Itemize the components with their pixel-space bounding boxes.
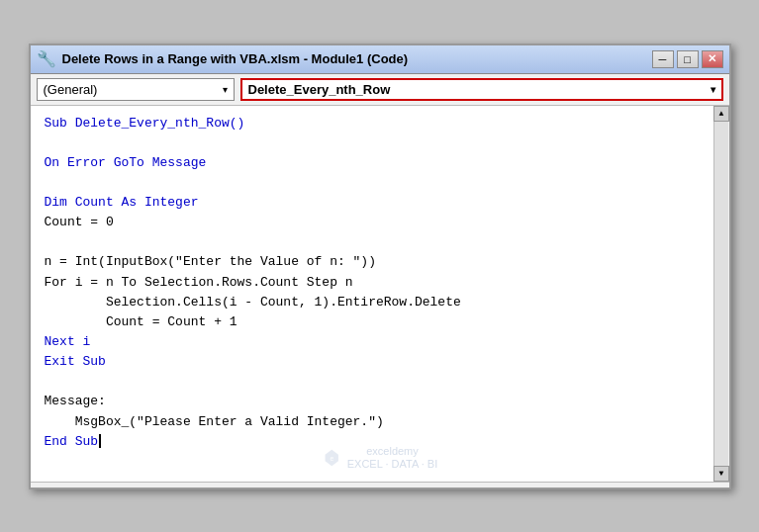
- code-line: On Error GoTo Message: [45, 153, 719, 173]
- close-button[interactable]: ✕: [702, 50, 723, 68]
- code-line: MsgBox_("Please Enter a Valid Integer."): [45, 412, 719, 432]
- code-line: Next i: [45, 332, 719, 352]
- code-editor[interactable]: Sub Delete_Every_nth_Row() On Error GoTo…: [31, 106, 729, 482]
- code-line: End Sub: [45, 432, 719, 452]
- status-bar: [31, 482, 729, 488]
- svg-text:e: e: [330, 455, 333, 462]
- title-bar: 🔧 Delete Rows in a Range with VBA.xlsm -…: [31, 45, 729, 74]
- code-line: Dim Count As Integer: [45, 193, 719, 213]
- code-line: Sub Delete_Every_nth_Row(): [45, 114, 719, 133]
- scroll-track[interactable]: [714, 122, 728, 466]
- procedure-dropdown-arrow: ▾: [711, 84, 715, 95]
- code-line: n = Int(InputBox("Enter the Value of n: …: [45, 252, 719, 272]
- code-line: Count = Count + 1: [45, 312, 719, 332]
- code-line: [45, 232, 719, 252]
- title-bar-left: 🔧 Delete Rows in a Range with VBA.xlsm -…: [37, 49, 409, 69]
- scroll-down-arrow[interactable]: ▼: [713, 466, 729, 482]
- procedure-dropdown-value: Delete_Every_nth_Row: [248, 82, 391, 97]
- toolbar: (General) ▾ Delete_Every_nth_Row ▾: [31, 74, 729, 106]
- code-line: [45, 173, 719, 193]
- code-line: Count = 0: [45, 213, 719, 232]
- restore-button[interactable]: □: [677, 50, 699, 68]
- minimize-button[interactable]: ─: [652, 50, 674, 68]
- window-controls: ─ □ ✕: [652, 50, 723, 68]
- code-line: Selection.Cells(i - Count, 1).EntireRow.…: [45, 293, 719, 312]
- general-dropdown-arrow: ▾: [223, 84, 228, 95]
- app-icon: 🔧: [37, 49, 56, 69]
- procedure-dropdown[interactable]: Delete_Every_nth_Row ▾: [240, 78, 723, 101]
- code-line: For i = n To Selection.Rows.Count Step n: [45, 273, 719, 293]
- vba-editor-window: 🔧 Delete Rows in a Range with VBA.xlsm -…: [29, 44, 731, 489]
- svg-marker-0: [325, 450, 337, 467]
- general-dropdown[interactable]: (General) ▾: [37, 78, 235, 101]
- scroll-up-arrow[interactable]: ▲: [713, 106, 729, 122]
- general-dropdown-value: (General): [44, 82, 98, 97]
- code-line: [45, 372, 719, 392]
- code-line: [45, 133, 719, 153]
- vertical-scrollbar[interactable]: ▲ ▼: [713, 106, 729, 482]
- window-title: Delete Rows in a Range with VBA.xlsm - M…: [62, 51, 409, 66]
- code-line: Exit Sub: [45, 352, 719, 372]
- text-cursor: [99, 434, 101, 448]
- code-line: Message:: [45, 392, 719, 411]
